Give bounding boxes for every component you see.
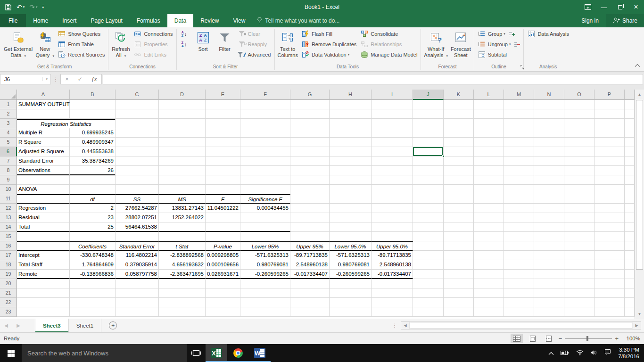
cell-M18[interactable] [504,260,534,270]
cell-J4[interactable] [413,128,444,138]
data-validation-button[interactable]: Data Validation▾ [299,49,358,60]
cell-J22[interactable] [413,298,444,307]
cell-G16[interactable]: Upper 95% [290,241,330,251]
cell-G19[interactable]: -0.017334407 [290,270,330,279]
cell-J6[interactable] [413,147,444,156]
cell-D11[interactable]: MS [159,194,206,204]
cell-D7[interactable] [159,156,206,166]
cell-L16[interactable] [474,241,504,251]
cell-H20[interactable] [330,279,372,288]
cell-M21[interactable] [504,288,534,298]
column-header-I[interactable]: I [372,90,413,100]
cell-O2[interactable] [564,109,594,119]
horizontal-scrollbar[interactable]: ◀ ▶ [401,321,641,329]
cell-H4[interactable] [330,128,372,138]
cell-partial-2[interactable] [625,109,635,119]
cell-D6[interactable] [159,147,206,156]
cell-L23[interactable] [474,307,504,317]
sheet-tab-sheet3[interactable]: Sheet3 [35,319,69,332]
cell-H3[interactable] [330,119,372,128]
formula-bar-splitter[interactable]: ⋮ [51,77,60,82]
cell-C11[interactable]: SS [116,194,159,204]
redo-button[interactable]: ↷▾ [29,4,37,10]
customize-qat-button[interactable]: ▾ [42,5,44,9]
cell-D15[interactable] [159,232,206,241]
cell-F13[interactable] [240,213,290,222]
cell-P15[interactable] [594,232,625,241]
cell-B16[interactable]: Coefficients [70,241,116,251]
cell-D3[interactable] [159,119,206,128]
cell-J3[interactable] [413,119,444,128]
cell-L17[interactable] [474,251,504,260]
row-header-9[interactable]: 9 [0,175,17,185]
cell-J15[interactable] [413,232,444,241]
cell-M20[interactable] [504,279,534,288]
cell-A11[interactable] [17,194,70,204]
cell-B11[interactable]: df [70,194,116,204]
cell-J13[interactable] [413,213,444,222]
cell-P6[interactable] [594,147,625,156]
row-header-7[interactable]: 7 [0,156,17,166]
cell-F21[interactable] [240,288,290,298]
battery-icon[interactable] [561,349,570,357]
cell-J18[interactable] [413,260,444,270]
cell-A23[interactable] [17,307,70,317]
cell-C9[interactable] [116,175,159,185]
column-header-H[interactable]: H [330,90,372,100]
cell-E2[interactable] [206,109,240,119]
cell-A21[interactable] [17,288,70,298]
cell-partial-9[interactable] [625,175,635,185]
cell-E21[interactable] [206,288,240,298]
cell-B9[interactable] [70,175,116,185]
cell-G18[interactable]: 2.548960138 [290,260,330,270]
cell-L3[interactable] [474,119,504,128]
cell-M11[interactable] [504,194,534,204]
cell-L4[interactable] [474,128,504,138]
cell-M17[interactable] [504,251,534,260]
cell-N1[interactable] [534,100,564,109]
cell-D22[interactable] [159,298,206,307]
row-header-23[interactable]: 23 [0,307,17,317]
cell-M5[interactable] [504,138,534,147]
sort-desc-button[interactable]: ZA↓ [178,39,192,49]
cell-G13[interactable] [290,213,330,222]
wifi-icon[interactable] [576,349,584,357]
cell-M3[interactable] [504,119,534,128]
cell-partial-12[interactable] [625,204,635,213]
flash-fill-button[interactable]: Flash Fill [299,29,358,39]
cell-O15[interactable] [564,232,594,241]
cell-O18[interactable] [564,260,594,270]
cell-partial-6[interactable] [625,147,635,156]
cell-K8[interactable] [444,166,474,175]
cell-K9[interactable] [444,175,474,185]
cell-P11[interactable] [594,194,625,204]
cell-P2[interactable] [594,109,625,119]
new-query-button[interactable]: NewQuery ▾ [34,28,56,63]
column-header-partial[interactable] [625,90,635,100]
cell-A19[interactable]: Remote [17,270,70,279]
cell-K16[interactable] [444,241,474,251]
cell-partial-8[interactable] [625,166,635,175]
tell-me-box[interactable]: Tell me what you want to do... [257,14,339,27]
what-if-analysis-button[interactable]: ?What-IfAnalysis ▾ [422,28,449,63]
cell-partial-7[interactable] [625,156,635,166]
cell-E7[interactable] [206,156,240,166]
save-icon[interactable] [5,4,12,11]
cell-G20[interactable] [290,279,330,288]
cell-E23[interactable] [206,307,240,317]
cell-M13[interactable] [504,213,534,222]
cell-partial-11[interactable] [625,194,635,204]
restore-button[interactable] [612,0,628,14]
cell-J19[interactable] [413,270,444,279]
cell-C13[interactable]: 28802.07251 [116,213,159,222]
cell-P7[interactable] [594,156,625,166]
cell-B7[interactable]: 35.38734269 [70,156,116,166]
cell-K18[interactable] [444,260,474,270]
formula-input[interactable] [103,74,643,84]
cell-H6[interactable] [330,147,372,156]
row-header-19[interactable]: 19 [0,270,17,279]
cell-A16[interactable] [17,241,70,251]
row-header-20[interactable]: 20 [0,279,17,288]
cell-O19[interactable] [564,270,594,279]
tab-data[interactable]: Data [167,14,193,27]
